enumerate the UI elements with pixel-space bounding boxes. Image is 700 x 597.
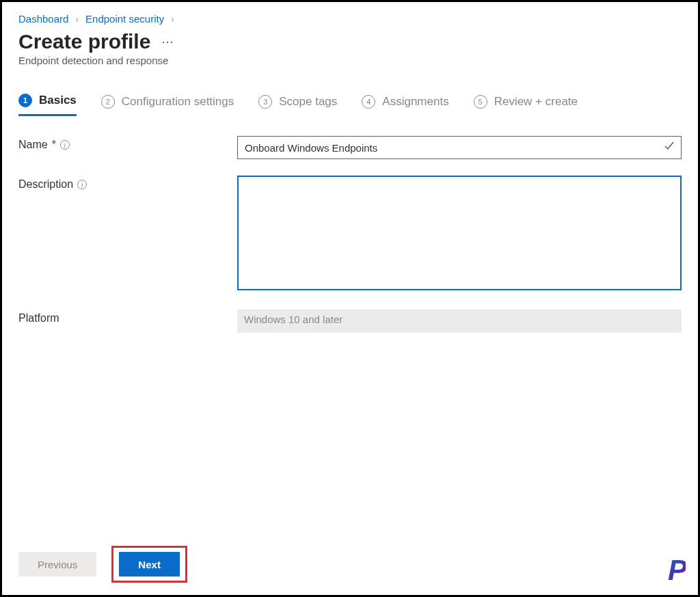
wizard-steps: 1 Basics 2 Configuration settings 3 Scop… (18, 94, 682, 117)
description-label: Description i (18, 176, 237, 191)
step-label: Basics (39, 94, 77, 107)
step-label: Assignments (382, 95, 448, 109)
description-textarea[interactable] (237, 176, 682, 290)
breadcrumb-link-endpoint-security[interactable]: Endpoint security (85, 13, 164, 25)
next-button[interactable]: Next (119, 552, 180, 577)
name-label: Name * i (18, 136, 237, 151)
tab-scope-tags[interactable]: 3 Scope tags (258, 94, 337, 116)
brand-logo-icon: P (668, 554, 686, 587)
previous-button[interactable]: Previous (18, 552, 96, 577)
info-icon[interactable]: i (60, 140, 70, 150)
breadcrumb: Dashboard › Endpoint security › (18, 13, 682, 25)
step-label: Scope tags (279, 95, 337, 109)
chevron-right-icon: › (171, 14, 174, 25)
breadcrumb-link-dashboard[interactable]: Dashboard (18, 13, 68, 25)
next-button-highlight: Next (111, 546, 187, 583)
step-label: Configuration settings (122, 95, 234, 109)
info-icon[interactable]: i (77, 180, 87, 189)
step-number-icon: 2 (101, 95, 115, 109)
step-number-icon: 3 (258, 95, 272, 109)
step-number-icon: 5 (474, 95, 487, 109)
chevron-right-icon: › (75, 14, 79, 25)
tab-basics[interactable]: 1 Basics (18, 94, 77, 116)
step-label: Review + create (494, 95, 578, 109)
platform-readonly-value: Windows 10 and later (237, 309, 682, 333)
tab-configuration-settings[interactable]: 2 Configuration settings (101, 94, 234, 116)
tab-assignments[interactable]: 4 Assignments (362, 94, 448, 116)
name-input[interactable] (237, 136, 682, 159)
required-asterisk-icon: * (52, 139, 56, 151)
page-title: Create profile (18, 30, 150, 53)
wizard-footer: Previous Next (18, 546, 682, 583)
step-number-icon: 1 (18, 94, 32, 107)
more-actions-icon[interactable]: ⋯ (161, 34, 175, 49)
platform-label: Platform (18, 309, 237, 324)
tab-review-create[interactable]: 5 Review + create (474, 94, 578, 116)
page-subtitle: Endpoint detection and response (18, 55, 682, 66)
step-number-icon: 4 (362, 95, 375, 109)
